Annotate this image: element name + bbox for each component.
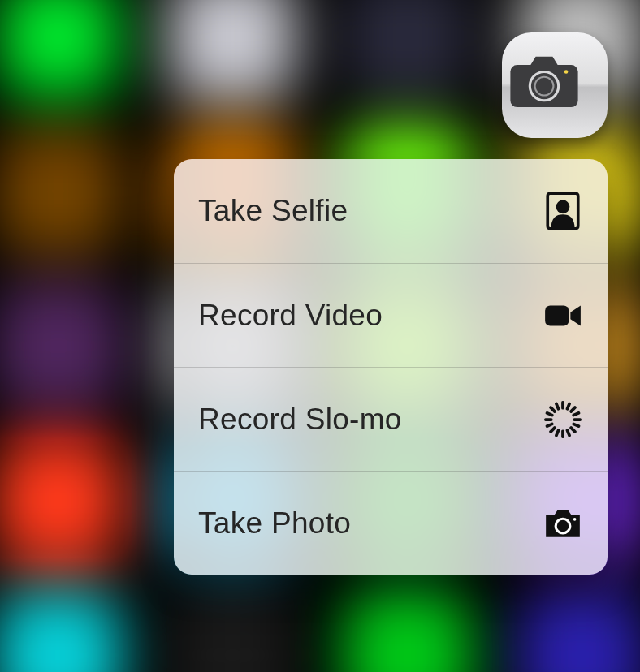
menu-item-take-selfie[interactable]: Take Selfie [174, 159, 608, 263]
video-icon [543, 295, 583, 336]
slomo-icon [543, 399, 583, 440]
svg-rect-7 [561, 401, 564, 409]
menu-item-label: Record Video [198, 299, 383, 333]
menu-item-label: Record Slo-mo [198, 403, 402, 437]
menu-item-record-slomo[interactable]: Record Slo-mo [174, 367, 608, 471]
camera-app-icon[interactable] [502, 32, 608, 138]
menu-item-record-video[interactable]: Record Video [174, 263, 608, 367]
photo-icon [543, 503, 583, 544]
svg-point-9 [573, 517, 577, 520]
svg-rect-6 [545, 305, 569, 325]
menu-item-label: Take Selfie [198, 194, 348, 228]
menu-item-label: Take Photo [198, 506, 351, 541]
camera-icon [502, 41, 608, 129]
svg-point-3 [564, 70, 569, 74]
selfie-icon [543, 191, 583, 231]
menu-item-take-photo[interactable]: Take Photo [174, 471, 608, 575]
svg-point-5 [556, 200, 570, 213]
quick-actions-menu: Take Selfie Record Video Record Slo-mo [174, 159, 608, 575]
